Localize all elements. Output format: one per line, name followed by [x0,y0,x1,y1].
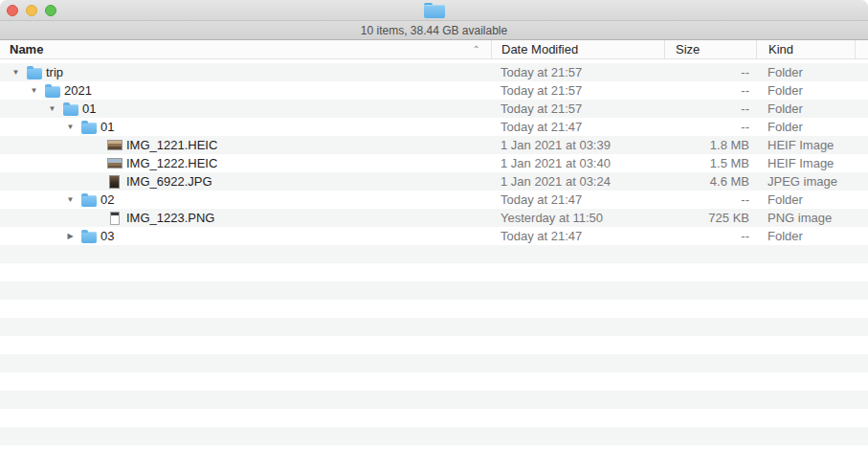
date-modified-cell: Today at 21:47 [491,229,664,243]
date-column-label: Date Modified [501,42,578,56]
table-row[interactable]: ▶ 03 Today at 21:47 -- Folder [0,227,868,245]
size-cell: -- [664,120,756,134]
table-row[interactable]: IMG_1222.HEIC 1 Jan 2021 at 03:40 1.5 MB… [0,154,868,172]
disclosure-triangle-icon[interactable]: ▼ [28,86,40,95]
title-bar[interactable] [0,0,868,21]
name-cell: ▼ 02 [0,192,491,207]
table-row[interactable]: ▼ 01 Today at 21:57 -- Folder [0,100,868,118]
traffic-lights [7,5,56,16]
size-cell: 1.8 MB [664,138,756,152]
kind-cell: HEIF Image [756,156,868,170]
date-modified-cell: 1 Jan 2021 at 03:39 [491,138,664,152]
kind-cell: Folder [756,83,868,98]
name-cell: ▶ 03 [0,229,491,243]
file-name-label: IMG_1221.HEIC [126,138,217,152]
table-row[interactable]: ▼ 01 Today at 21:47 -- Folder [0,118,868,136]
disclosure-triangle-icon[interactable]: ▶ [64,232,77,240]
table-row[interactable]: IMG_1221.HEIC 1 Jan 2021 at 03:39 1.8 MB… [0,136,868,154]
sort-ascending-icon: ⌃ [473,44,480,55]
file-name-label: 2021 [64,83,92,98]
file-list-rows[interactable]: ▼ trip Today at 21:57 -- Folder ▼ [0,63,868,450]
file-name-label: IMG_1223.PNG [126,211,215,225]
table-row[interactable]: IMG_6922.JPG 1 Jan 2021 at 03:24 4.6 MB … [0,172,868,191]
folder-icon [27,68,42,79]
size-cell: -- [664,229,756,243]
column-header-size[interactable]: Size [664,40,756,58]
zoom-button[interactable] [45,5,56,16]
date-modified-cell: Today at 21:47 [491,192,664,207]
photo-portrait-light-icon [110,212,120,225]
folder-proxy-icon[interactable] [424,3,445,18]
kind-cell: Folder [756,65,868,79]
file-name-label: IMG_6922.JPG [126,174,212,189]
name-cell: ▼ 01 [0,120,491,134]
column-header-date-modified[interactable]: Date Modified [491,40,664,58]
size-cell: -- [664,83,756,98]
kind-cell: HEIF Image [756,138,868,152]
size-cell: 4.6 MB [664,174,756,189]
name-cell: IMG_6922.JPG [0,174,491,189]
disclosure-triangle-icon[interactable]: ▼ [64,123,77,131]
scrollbar-gutter [855,40,868,58]
kind-cell: Folder [756,120,868,134]
column-header-name[interactable]: Name ⌃ [0,40,491,58]
kind-cell: Folder [756,192,868,207]
name-cell: ▼ 01 [0,101,491,116]
file-name-label: 01 [82,101,96,116]
file-name-label: 02 [100,192,114,207]
date-modified-cell: Today at 21:57 [491,83,664,98]
size-cell: -- [664,101,756,116]
table-row[interactable]: IMG_1223.PNG Yesterday at 11:50 725 KB P… [0,209,868,227]
table-row[interactable]: ▼ 2021 Today at 21:57 -- Folder [0,81,868,100]
name-cell: IMG_1223.PNG [0,211,491,225]
date-modified-cell: Today at 21:57 [491,101,664,116]
disclosure-triangle-icon[interactable]: ▼ [46,104,58,113]
date-modified-cell: 1 Jan 2021 at 03:24 [491,174,664,189]
folder-icon [63,104,78,116]
name-cell: IMG_1221.HEIC [0,138,491,152]
folder-icon-body [424,5,445,18]
finder-window: 10 items, 38.44 GB available Name ⌃ Date… [0,0,868,450]
column-header-kind[interactable]: Kind [756,40,855,58]
folder-icon [45,86,60,98]
folder-icon [81,195,97,207]
status-bar: 10 items, 38.44 GB available [0,21,868,40]
folder-icon [81,232,97,243]
size-cell: -- [664,65,756,79]
size-cell: 725 KB [664,211,756,225]
disclosure-triangle-icon[interactable]: ▼ [10,68,22,77]
file-list-view[interactable]: ▼ trip Today at 21:57 -- Folder ▼ [0,59,868,450]
date-modified-cell: 1 Jan 2021 at 03:40 [491,156,664,170]
size-column-label: Size [676,42,700,56]
kind-cell: PNG image [756,211,868,225]
date-modified-cell: Today at 21:47 [491,120,664,134]
date-modified-cell: Today at 21:57 [491,65,664,79]
status-text: 10 items, 38.44 GB available [361,24,507,37]
date-modified-cell: Yesterday at 11:50 [491,211,664,225]
file-name-label: 01 [100,120,114,134]
name-cell: IMG_1222.HEIC [0,156,491,170]
kind-cell: JPEG image [756,174,868,189]
kind-cell: Folder [756,229,868,243]
name-cell: ▼ trip [0,65,491,79]
name-column-label: Name [10,42,43,56]
disclosure-triangle-icon[interactable]: ▼ [64,195,77,204]
size-cell: -- [664,192,756,207]
kind-column-label: Kind [768,42,793,56]
file-name-label: trip [46,65,63,79]
kind-cell: Folder [756,101,868,116]
folder-icon [81,123,97,134]
table-row[interactable]: ▼ 02 Today at 21:47 -- Folder [0,191,868,209]
file-name-label: IMG_1222.HEIC [126,156,217,170]
photo-portrait-dark-icon [109,175,120,189]
name-cell: ▼ 2021 [0,83,491,98]
photo-landscape-tan-icon [107,140,122,150]
close-button[interactable] [7,5,18,16]
photo-landscape-blue-icon [107,158,122,169]
minimize-button[interactable] [26,5,37,16]
table-row[interactable]: ▼ trip Today at 21:57 -- Folder [0,63,868,81]
file-name-label: 03 [100,229,114,243]
column-header-row: Name ⌃ Date Modified Size Kind [0,40,868,59]
size-cell: 1.5 MB [664,156,756,170]
